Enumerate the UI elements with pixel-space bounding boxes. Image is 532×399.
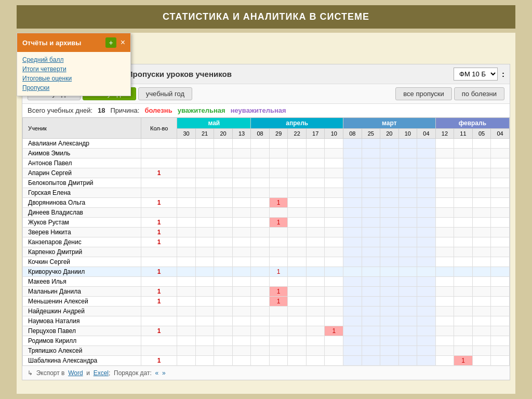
data-cell bbox=[251, 316, 270, 326]
export-word-link[interactable]: Word bbox=[68, 369, 83, 377]
data-cell bbox=[195, 346, 214, 356]
data-cell: 1 bbox=[269, 198, 288, 208]
data-cell bbox=[325, 247, 343, 257]
data-cell bbox=[362, 158, 380, 168]
student-name: Макеев Илья bbox=[23, 277, 141, 287]
data-cell bbox=[177, 257, 196, 267]
filter-tab-illness[interactable]: по болезни bbox=[454, 87, 504, 100]
data-cell bbox=[454, 326, 473, 336]
data-cell bbox=[417, 198, 436, 208]
popup-menu-item-quarter[interactable]: Итоги четверти bbox=[22, 64, 125, 74]
data-cell bbox=[491, 198, 510, 208]
data-cell bbox=[177, 346, 196, 356]
data-cell bbox=[232, 247, 251, 257]
filter-tab-all[interactable]: все пропуски bbox=[395, 87, 451, 100]
data-cell bbox=[398, 307, 417, 316]
popup-menu-item-avg[interactable]: Средний балл bbox=[22, 55, 125, 64]
filter-tab-year[interactable]: учебный год bbox=[138, 87, 192, 100]
data-cell bbox=[398, 326, 417, 336]
export-arrow-right[interactable]: » bbox=[162, 369, 166, 377]
data-cell bbox=[398, 208, 417, 218]
month-march: март bbox=[343, 118, 436, 129]
data-cell: 1 bbox=[454, 356, 473, 366]
data-cell bbox=[417, 297, 436, 307]
export-excel-link[interactable]: Excel bbox=[94, 369, 109, 377]
data-cell bbox=[343, 346, 362, 356]
data-cell bbox=[380, 188, 399, 198]
data-cell bbox=[417, 287, 436, 297]
table-row: Дворянинова Ольга11 bbox=[23, 198, 510, 208]
data-cell bbox=[232, 218, 251, 228]
data-cell bbox=[380, 247, 399, 257]
data-cell bbox=[195, 356, 214, 366]
data-cell bbox=[195, 247, 214, 257]
data-cell bbox=[251, 247, 270, 257]
data-cell bbox=[343, 326, 362, 336]
data-cell bbox=[214, 139, 233, 149]
data-cell bbox=[269, 149, 288, 158]
data-cell bbox=[454, 267, 473, 277]
data-cell bbox=[417, 346, 436, 356]
data-cell bbox=[177, 178, 196, 188]
student-name: Карпенко Дмитрий bbox=[23, 247, 141, 257]
export-arrow-left[interactable]: « bbox=[155, 369, 159, 377]
table-row: Карпенко Дмитрий bbox=[23, 247, 510, 257]
data-cell bbox=[306, 188, 325, 198]
data-cell bbox=[343, 218, 362, 228]
data-cell bbox=[435, 297, 454, 307]
stats-info-row: Всего учебных дней: 18 Причина: болезнь … bbox=[22, 104, 510, 117]
data-cell bbox=[325, 188, 343, 198]
table-row: Антонов Павел bbox=[23, 158, 510, 168]
popup-add-button[interactable]: + bbox=[105, 37, 116, 48]
student-qty: 1 bbox=[141, 267, 177, 277]
data-cell bbox=[214, 287, 233, 297]
data-cell bbox=[288, 188, 307, 198]
data-cell bbox=[288, 168, 307, 178]
data-cell bbox=[491, 178, 510, 188]
table-row: Маланьин Данила11 bbox=[23, 287, 510, 297]
month-april: апрель bbox=[251, 118, 343, 129]
data-cell bbox=[232, 208, 251, 218]
data-cell bbox=[195, 198, 214, 208]
data-cell bbox=[177, 356, 196, 366]
data-cell bbox=[306, 198, 325, 208]
data-cell bbox=[435, 247, 454, 257]
data-cell bbox=[269, 316, 288, 326]
data-cell bbox=[398, 198, 417, 208]
student-qty bbox=[141, 336, 177, 346]
data-cell bbox=[251, 149, 270, 158]
data-cell bbox=[472, 326, 491, 336]
data-cell bbox=[454, 168, 473, 178]
data-cell bbox=[362, 149, 380, 158]
class-select[interactable]: ФМ 10 Б bbox=[454, 68, 498, 81]
data-cell bbox=[454, 307, 473, 316]
data-cell bbox=[306, 287, 325, 297]
data-cell bbox=[491, 158, 510, 168]
data-cell bbox=[491, 336, 510, 346]
student-name: Горская Елена bbox=[23, 188, 141, 198]
data-cell bbox=[380, 158, 399, 168]
popup-menu-item-absences[interactable]: Пропуски bbox=[22, 83, 125, 92]
data-cell bbox=[398, 346, 417, 356]
data-cell bbox=[380, 356, 399, 366]
data-cell bbox=[435, 198, 454, 208]
table-row: Меньшенин Алексей11 bbox=[23, 297, 510, 307]
data-cell bbox=[306, 326, 325, 336]
data-cell bbox=[343, 198, 362, 208]
table-row: Горская Елена bbox=[23, 188, 510, 198]
table-row: Макеев Илья bbox=[23, 277, 510, 287]
popup-menu: Средний балл Итоги четверти Итоговые оце… bbox=[17, 52, 130, 96]
data-cell bbox=[398, 218, 417, 228]
data-cell bbox=[251, 346, 270, 356]
data-cell bbox=[491, 247, 510, 257]
data-cell bbox=[232, 277, 251, 287]
data-cell bbox=[472, 277, 491, 287]
popup-menu-item-final[interactable]: Итоговые оценки bbox=[22, 74, 125, 83]
data-cell bbox=[177, 287, 196, 297]
data-cell bbox=[491, 237, 510, 247]
data-cell bbox=[214, 218, 233, 228]
data-cell bbox=[380, 139, 399, 149]
data-cell bbox=[417, 356, 436, 366]
data-cell bbox=[343, 178, 362, 188]
popup-close-button[interactable]: × bbox=[121, 38, 125, 47]
